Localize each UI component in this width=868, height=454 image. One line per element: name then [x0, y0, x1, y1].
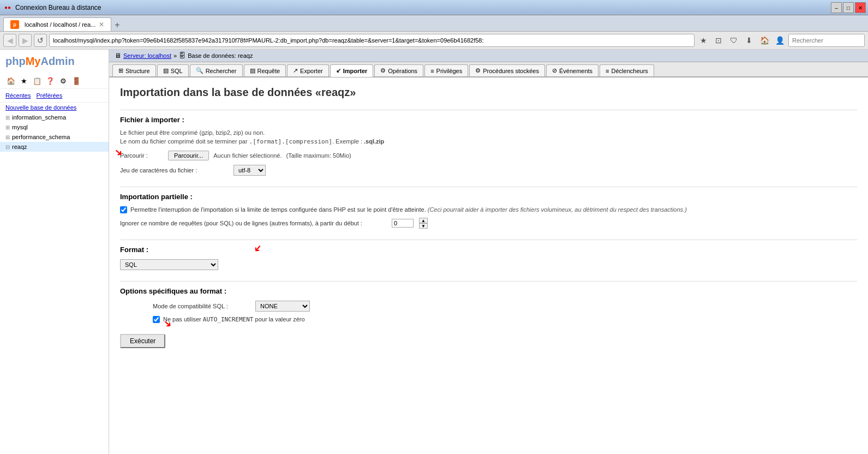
evenements-tab-icon: ⊘: [552, 67, 557, 74]
tab-structure[interactable]: ⊞ Structure: [112, 64, 156, 76]
page-content: Importation dans la base de données «rea…: [109, 77, 868, 357]
forward-button[interactable]: ▶: [19, 34, 32, 47]
db-tree-item-performance-schema[interactable]: ⊞ performance_schema: [0, 132, 109, 142]
help-sidebar-icon[interactable]: ❓: [45, 75, 56, 86]
breadcrumb-server[interactable]: Serveur: localhost: [123, 52, 171, 59]
back-button[interactable]: ◀: [3, 34, 16, 47]
tab-operations[interactable]: ⚙ Opérations: [374, 64, 423, 76]
collapse-icon-perf: ⊞: [5, 134, 10, 140]
content-area: 🖥 Serveur: localhost » 🗄 Base de données…: [109, 50, 868, 454]
format-select[interactable]: SQL CSV CSV using LOAD DATA ESRI Shape F…: [120, 259, 218, 270]
spinner-buttons: ▲ ▼: [419, 218, 428, 229]
db-name-information-schema: information_schema: [12, 114, 66, 121]
skip-label: Ignorer ce nombre de requêtes (pour SQL)…: [120, 220, 387, 226]
gear-sidebar-icon[interactable]: ⚙: [58, 75, 69, 86]
address-bar[interactable]: [49, 34, 695, 47]
execute-section: ➜ Exécuter: [120, 334, 857, 348]
rechercher-tab-icon: 🔍: [196, 67, 203, 74]
auto-increment-checkbox[interactable]: [153, 316, 160, 323]
sidebar-nav: Récentes Préférées: [0, 89, 109, 103]
star-sidebar-icon[interactable]: ★: [19, 75, 29, 86]
requete-tab-label: Requête: [258, 68, 280, 74]
tab-procedures[interactable]: ⚙ Procédures stockées: [469, 64, 545, 76]
sidebar-icon-row: 🏠 ★ 📋 ❓ ⚙ 🚪: [0, 73, 109, 89]
db-tree-item-mysql[interactable]: ⊞ mysql: [0, 122, 109, 132]
window-controls[interactable]: – □ ✕: [831, 2, 866, 13]
tab-evenements[interactable]: ⊘ Événements: [546, 64, 598, 76]
browser-search-input[interactable]: [788, 34, 865, 47]
sql-tab-icon: ▤: [163, 67, 169, 74]
tab-navigation: ⊞ Structure ▤ SQL 🔍 Rechercher ▤ Requête…: [109, 62, 868, 77]
home-sidebar-icon[interactable]: 🏠: [5, 75, 16, 86]
tab-exporter[interactable]: ↗ Exporter: [287, 64, 329, 76]
file-import-section: Fichier à importer : Le fichier peut êtr…: [120, 110, 857, 176]
user-icon[interactable]: 👤: [773, 34, 786, 47]
minimize-btn[interactable]: –: [831, 2, 842, 13]
new-database-item[interactable]: Nouvelle base de données: [0, 103, 109, 112]
tab-sql[interactable]: ▤ SQL: [157, 64, 189, 76]
tab-close-icon[interactable]: ✕: [99, 21, 104, 28]
format-title: Format :: [120, 246, 857, 254]
browser-tab-label: localhost / localhost / rea...: [25, 21, 95, 28]
app-layout: phpMyAdmin 🏠 ★ 📋 ❓ ⚙ 🚪 Récentes Préférée…: [0, 50, 868, 454]
db-icon: 🗄: [179, 52, 185, 59]
spinner-up[interactable]: ▲: [419, 218, 428, 223]
tab-privileges[interactable]: ≡ Privilèges: [424, 64, 468, 76]
privileges-tab-label: Privilèges: [436, 68, 463, 74]
browser-tab-active[interactable]: p localhost / localhost / rea... ✕: [3, 17, 111, 31]
refresh-button[interactable]: ↺: [34, 34, 47, 47]
compat-select[interactable]: NONE ANSI DB2 MAXDB MYSQL323 MYSQL40 MSS…: [255, 301, 310, 312]
exporter-tab-icon: ↗: [293, 67, 298, 74]
favorites-link[interactable]: Préférées: [36, 92, 62, 99]
file-info2: Le nom du fichier comprimé doit se termi…: [120, 138, 857, 145]
procedures-tab-label: Procédures stockées: [483, 68, 539, 74]
shield-icon[interactable]: 🛡: [727, 34, 740, 47]
bookmark-star-icon[interactable]: ★: [697, 34, 710, 47]
format-options-section: Options spécifiques au format : Mode de …: [120, 281, 857, 323]
breadcrumb-db: Base de données: reaqz: [188, 52, 253, 59]
pma-logo: phpMyAdmin: [0, 50, 109, 73]
browse-row: ➜ Parcourir : Parcourir... Aucun fichier…: [120, 151, 857, 160]
importer-tab-icon: ↙: [336, 67, 341, 74]
sql-tab-label: SQL: [171, 68, 183, 74]
tab-requete[interactable]: ▤ Requête: [244, 64, 286, 76]
max-size-text: (Taille maximum: 50Mio): [286, 152, 351, 159]
collapse-icon-mysql: ⊞: [5, 124, 10, 130]
tab-rechercher[interactable]: 🔍 Rechercher: [190, 64, 243, 76]
browse-button[interactable]: Parcourir...: [168, 151, 209, 160]
window-titlebar: ●● Connexion Bureau à distance – □ ✕: [0, 0, 868, 15]
clipboard-sidebar-icon[interactable]: 📋: [32, 75, 43, 86]
new-tab-button[interactable]: +: [111, 19, 123, 31]
interrupt-checkbox[interactable]: [120, 206, 127, 213]
db-name-performance-schema: performance_schema: [12, 134, 70, 140]
exporter-tab-label: Exporter: [300, 68, 323, 74]
structure-tab-label: Structure: [125, 68, 150, 74]
recent-link[interactable]: Récentes: [5, 92, 31, 99]
exit-sidebar-icon[interactable]: 🚪: [71, 75, 82, 86]
privileges-tab-icon: ≡: [430, 68, 434, 74]
tab-importer[interactable]: ↙ Importer: [330, 64, 374, 77]
file-info1: Le fichier peut être comprimé (gzip, bzi…: [120, 129, 857, 136]
db-tree-item-information-schema[interactable]: ⊞ information_schema: [0, 112, 109, 122]
db-tree-item-reaqz[interactable]: ⊟ reaqz: [0, 142, 109, 152]
format-select-wrapper: ➜ SQL CSV CSV using LOAD DATA ESRI Shape…: [120, 259, 218, 270]
close-btn[interactable]: ✕: [855, 2, 866, 13]
home-icon[interactable]: 🏠: [758, 34, 771, 47]
execute-button[interactable]: Exécuter: [120, 334, 165, 348]
charset-select[interactable]: utf-8 latin1 utf-16 ascii: [234, 165, 266, 176]
sidebar: phpMyAdmin 🏠 ★ 📋 ❓ ⚙ 🚪 Récentes Préférée…: [0, 50, 109, 454]
partial-import-section: Importation partielle : Permettre l'inte…: [120, 187, 857, 229]
requete-tab-icon: ▤: [250, 67, 255, 74]
no-file-text: Aucun fichier sélectionné.: [213, 152, 282, 159]
rechercher-tab-label: Rechercher: [206, 68, 237, 74]
interrupt-note: (Ceci pourrait aider à importer des fich…: [428, 206, 687, 213]
spinner-down[interactable]: ▼: [419, 223, 428, 229]
db-name-reaqz: reaqz: [12, 144, 27, 150]
reading-mode-icon[interactable]: ⊡: [712, 34, 725, 47]
skip-input[interactable]: [392, 219, 414, 228]
importer-tab-label: Importer: [343, 68, 368, 74]
pma-logo-text: phpMyAdmin: [5, 55, 75, 68]
maximize-btn[interactable]: □: [843, 2, 854, 13]
download-icon[interactable]: ⬇: [743, 34, 756, 47]
tab-declencheurs[interactable]: ≡ Déclencheurs: [600, 64, 654, 76]
